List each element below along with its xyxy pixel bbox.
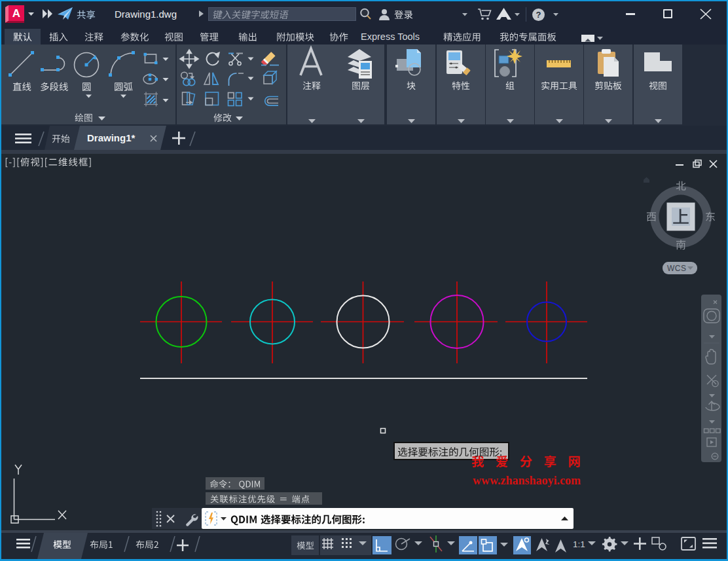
svg-text:?: ? — [536, 10, 541, 20]
svg-text:A: A — [12, 7, 20, 20]
